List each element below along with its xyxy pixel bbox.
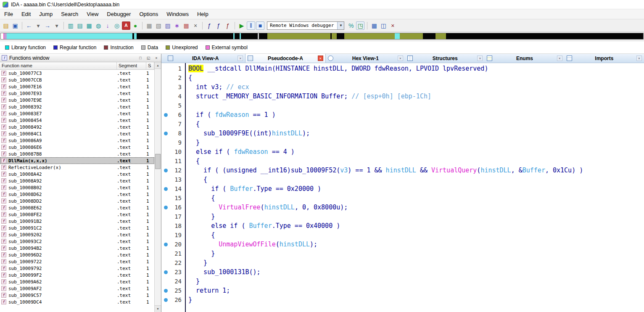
open-unions-icon[interactable]: ▧: [154, 21, 163, 30]
code-line[interactable]: 1BOOL __stdcall DllMain(HINSTANCE hinstD…: [161, 64, 644, 73]
code-line[interactable]: 19 {: [161, 230, 644, 240]
ida-view-icon[interactable]: [168, 56, 173, 61]
code-line[interactable]: 15 {: [161, 193, 644, 203]
code-line[interactable]: 17 }: [161, 212, 644, 221]
function-row[interactable]: fsub_10009792.text1: [0, 265, 154, 272]
tab-imports[interactable]: Imports×: [565, 54, 644, 63]
code-line[interactable]: 2{: [161, 73, 644, 82]
snapshot-icon[interactable]: ▩: [182, 21, 190, 30]
code-line[interactable]: 9 }: [161, 138, 644, 147]
function-row[interactable]: fsub_10009DC4.text1: [0, 299, 154, 305]
imports-icon[interactable]: [567, 56, 572, 61]
tab-pseudocode-a[interactable]: Pseudocode-A×: [245, 54, 325, 63]
column-start[interactable]: S: [146, 62, 154, 69]
navigation-band[interactable]: [0, 32, 644, 41]
scrollbar-thumb[interactable]: [155, 154, 161, 169]
function-row[interactable]: fsub_100096D2.text1: [0, 251, 154, 258]
edit-function-icon[interactable]: ƒ: [214, 21, 223, 30]
function-row[interactable]: fsub_100086A9.text1: [0, 137, 154, 144]
function-row[interactable]: fsub_100083E7.text1: [0, 110, 154, 117]
function-row[interactable]: fsub_100093C2.text1: [0, 238, 154, 245]
functions-scrollbar[interactable]: ▲ ▼: [154, 62, 161, 312]
menu-item-debugger[interactable]: Debugger: [103, 10, 135, 19]
declare-struct-icon[interactable]: ▨: [164, 21, 172, 30]
column-segment[interactable]: Segment: [117, 62, 146, 69]
window-close-icon[interactable]: ×: [388, 21, 397, 30]
search-next-icon[interactable]: ◎: [113, 21, 121, 30]
jump-address-icon[interactable]: ▥: [66, 21, 75, 30]
line-marker-dot[interactable]: [164, 187, 170, 191]
pseudocode-view[interactable]: 1BOOL __stdcall DllMain(HINSTANCE hinstD…: [161, 63, 644, 312]
save-file-icon[interactable]: ▣: [11, 21, 19, 30]
debugger-pause-icon[interactable]: ‖: [247, 21, 255, 30]
jump-name-icon[interactable]: ▤: [76, 21, 84, 30]
function-row[interactable]: fsub_100091B2.text1: [0, 218, 154, 225]
function-row[interactable]: fsub_100077C3.text1: [0, 70, 154, 77]
code-line[interactable]: 11 {: [161, 156, 644, 166]
tab-ida-view-a[interactable]: IDA View-A×: [166, 54, 245, 63]
panel-float-icon[interactable]: ◱: [145, 55, 151, 61]
hex-view-icon[interactable]: [328, 56, 333, 61]
search-text-icon[interactable]: A: [122, 21, 130, 30]
open-structs-icon[interactable]: ▦: [145, 21, 153, 30]
nav-back-menu-icon[interactable]: ▾: [34, 21, 42, 30]
function-row[interactable]: fsub_10009A62.text1: [0, 278, 154, 285]
menu-item-options[interactable]: Options: [135, 10, 162, 19]
tab-hex-view-1[interactable]: Hex View-1×: [326, 54, 405, 63]
function-row[interactable]: fsub_10008DD2.text1: [0, 198, 154, 204]
debugger-run-icon[interactable]: ▶: [238, 21, 246, 30]
tab-close-icon[interactable]: ×: [398, 56, 403, 61]
windows-toggle-icon[interactable]: ▦: [370, 21, 378, 30]
code-line[interactable]: 5: [161, 101, 644, 110]
tab-close-icon[interactable]: ×: [636, 56, 642, 61]
line-marker-dot[interactable]: [164, 113, 170, 117]
window-new-icon[interactable]: ◫: [379, 21, 388, 30]
function-row[interactable]: fsub_100084C1.text1: [0, 130, 154, 137]
line-marker-dot[interactable]: [164, 132, 170, 135]
function-row[interactable]: fsub_10008E62.text1: [0, 204, 154, 211]
debugger-combo[interactable]: Remote Windows debugger▼: [267, 21, 344, 30]
nav-back-icon[interactable]: ←: [25, 21, 33, 30]
debugger-snapshot-icon[interactable]: ◳: [356, 21, 364, 30]
line-marker-dot[interactable]: [164, 169, 170, 172]
code-line[interactable]: 25 return 1;: [161, 286, 644, 295]
function-row[interactable]: fsub_10008454.text1: [0, 117, 154, 124]
column-function-name[interactable]: Function name: [0, 62, 117, 69]
code-line[interactable]: 16 VirtualFree(hinstDLL, 0, 0x8000u);: [161, 203, 644, 212]
code-line[interactable]: 20 UnmapViewOfFile(hinstDLL);: [161, 240, 644, 249]
function-row[interactable]: fsub_10009AF2.text1: [0, 285, 154, 292]
function-tails-icon[interactable]: ƒ: [224, 21, 232, 30]
panel-restore-icon[interactable]: □: [137, 55, 143, 61]
code-line[interactable]: 24 }: [161, 277, 644, 286]
function-row[interactable]: fsub_10008FE2.text1: [0, 211, 154, 218]
debugger-attach-icon[interactable]: %: [347, 21, 355, 30]
function-row[interactable]: fsub_10009722.text1: [0, 258, 154, 265]
code-line[interactable]: 23 sub_1000131B();: [161, 267, 644, 277]
code-line[interactable]: 10 else if ( fdwReason == 4 ): [161, 147, 644, 156]
tab-close-icon[interactable]: ×: [238, 56, 243, 61]
menu-item-windows[interactable]: Windows: [162, 10, 193, 19]
code-line[interactable]: 21 }: [161, 249, 644, 258]
debugger-stop-icon[interactable]: ■: [256, 21, 264, 30]
function-row[interactable]: fsub_10009C57.text1: [0, 292, 154, 299]
function-row[interactable]: fsub_10008D62.text1: [0, 191, 154, 198]
function-row[interactable]: fReflectiveLoader(x).text1: [0, 164, 154, 171]
function-row[interactable]: fDllMain(x,x,x).text1: [0, 157, 154, 164]
delete-item-icon[interactable]: ×: [191, 21, 200, 30]
tab-enums[interactable]: Enums×: [485, 54, 564, 63]
combo-dropdown-icon[interactable]: ▼: [337, 22, 344, 29]
code-line[interactable]: 13 {: [161, 175, 644, 184]
code-line[interactable]: 8 sub_10009F9E((int)hinstDLL);: [161, 129, 644, 138]
code-line[interactable]: 12 if ( (unsigned __int16)sub_10009F52(v…: [161, 166, 644, 175]
nav-forward-menu-icon[interactable]: ▾: [53, 21, 61, 30]
function-row[interactable]: fsub_10007E9E.text1: [0, 97, 154, 103]
scroll-up-icon[interactable]: ▲: [155, 62, 161, 69]
code-line[interactable]: 3 int v3; // ecx: [161, 82, 644, 92]
function-row[interactable]: fsub_10009202.text1: [0, 231, 154, 238]
function-row[interactable]: fsub_10008B02.text1: [0, 184, 154, 191]
scroll-down-icon[interactable]: ▼: [155, 305, 161, 312]
pseudocode-icon[interactable]: [248, 56, 253, 61]
function-row[interactable]: fsub_100087B8.text1: [0, 151, 154, 157]
jump-down-icon[interactable]: ↓: [103, 21, 112, 30]
code-line[interactable]: 6 if ( fdwReason == 1 ): [161, 110, 644, 119]
